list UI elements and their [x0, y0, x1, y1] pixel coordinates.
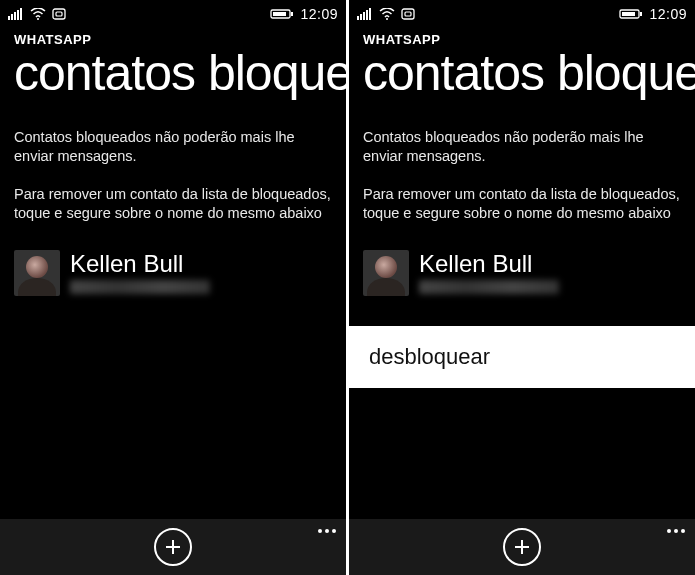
svg-rect-17 [369, 8, 371, 20]
svg-rect-16 [366, 10, 368, 20]
svg-rect-3 [17, 10, 19, 20]
avatar [363, 250, 409, 296]
page-title: contatos bloqueados [349, 47, 695, 100]
svg-rect-19 [402, 9, 414, 19]
svg-rect-0 [8, 16, 10, 20]
app-bar [349, 519, 695, 575]
phone-screen-left: 12:09 WHATSAPP contatos bloqueados Conta… [0, 0, 346, 575]
svg-rect-15 [363, 12, 365, 20]
info-text-1: Contatos bloqueados não poderão mais lhe… [363, 128, 681, 167]
add-button[interactable] [154, 528, 192, 566]
page-title: contatos bloqueados [0, 47, 346, 100]
contact-subtext-blurred [419, 280, 559, 294]
app-name: WHATSAPP [349, 26, 695, 47]
wifi-icon [379, 8, 395, 20]
svg-rect-4 [20, 8, 22, 20]
signal-icon [8, 8, 24, 20]
nfc-icon [52, 8, 66, 20]
blocked-contact-row[interactable]: Kellen Bull [0, 242, 346, 304]
svg-rect-2 [14, 12, 16, 20]
avatar [14, 250, 60, 296]
wifi-icon [30, 8, 46, 20]
blocked-contact-row[interactable]: Kellen Bull [349, 242, 695, 304]
battery-icon [619, 8, 643, 20]
app-name: WHATSAPP [0, 26, 346, 47]
svg-rect-6 [53, 9, 65, 19]
info-text-2: Para remover um contato da lista de bloq… [363, 185, 681, 224]
battery-icon [270, 8, 294, 20]
more-icon[interactable] [318, 529, 336, 533]
svg-rect-7 [56, 12, 62, 16]
phone-screen-right: 12:09 WHATSAPP contatos bloqueados Conta… [349, 0, 695, 575]
context-menu-unblock[interactable]: desbloquear [369, 344, 675, 370]
contact-name: Kellen Bull [70, 251, 210, 277]
svg-rect-1 [11, 14, 13, 20]
context-menu: desbloquear [349, 326, 695, 388]
status-bar: 12:09 [349, 0, 695, 26]
svg-rect-13 [357, 16, 359, 20]
status-bar: 12:09 [0, 0, 346, 26]
info-text-1: Contatos bloqueados não poderão mais lhe… [14, 128, 332, 167]
svg-rect-20 [405, 12, 411, 16]
svg-rect-9 [273, 12, 286, 16]
more-icon[interactable] [667, 529, 685, 533]
svg-rect-23 [640, 12, 642, 16]
add-button[interactable] [503, 528, 541, 566]
signal-icon [357, 8, 373, 20]
app-bar [0, 519, 346, 575]
contact-subtext-blurred [70, 280, 210, 294]
svg-rect-14 [360, 14, 362, 20]
contact-name: Kellen Bull [419, 251, 559, 277]
svg-rect-10 [291, 12, 293, 16]
svg-rect-22 [622, 12, 635, 16]
svg-point-5 [37, 18, 39, 20]
info-text-2: Para remover um contato da lista de bloq… [14, 185, 332, 224]
clock: 12:09 [300, 6, 338, 22]
clock: 12:09 [649, 6, 687, 22]
svg-point-18 [386, 18, 388, 20]
nfc-icon [401, 8, 415, 20]
